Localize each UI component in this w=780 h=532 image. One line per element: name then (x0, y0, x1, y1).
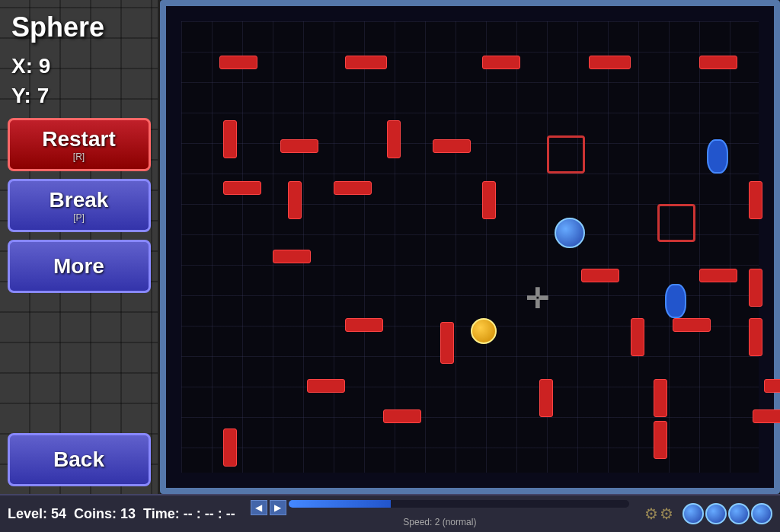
player-sphere (555, 218, 585, 248)
wall (753, 409, 780, 423)
progress-container: ◀ ▶ Speed: 2 (normal) (251, 500, 629, 527)
speed-display: Speed: 2 (normal) (251, 517, 629, 527)
wall (223, 181, 261, 195)
life-3 (728, 503, 750, 524)
player-coords: X: 9 Y: 7 (11, 51, 50, 110)
wall (764, 379, 780, 393)
restart-button[interactable]: Restart [R] (8, 118, 151, 171)
wall (387, 120, 401, 158)
life-2 (705, 503, 727, 524)
wall (345, 56, 387, 69)
wall (631, 318, 644, 356)
wall (673, 318, 711, 332)
box (657, 204, 695, 242)
life-4 (751, 503, 772, 524)
game-title: Sphere (11, 11, 104, 43)
wall (383, 409, 421, 423)
game-area: ✛ ✦ (160, 0, 780, 494)
progress-bar (289, 500, 629, 508)
wall (589, 56, 631, 69)
next-arrow[interactable]: ▶ (270, 500, 286, 515)
cross-target: ✛ (520, 282, 554, 316)
wall (433, 139, 471, 153)
lives-container (682, 503, 772, 524)
wall (345, 318, 383, 332)
level-display: Level: 54 (8, 506, 66, 522)
wall (223, 428, 237, 467)
coin (471, 318, 497, 344)
wall (273, 250, 311, 263)
wall (219, 56, 257, 69)
coins-display: Coins: 13 (74, 506, 136, 522)
x-coord: X: 9 (11, 51, 50, 81)
sidebar: Sphere X: 9 Y: 7 Restart [R] Break [P] M… (0, 0, 160, 494)
box (547, 135, 585, 174)
wall (699, 56, 737, 69)
wall (440, 322, 454, 364)
hourglass (707, 139, 728, 174)
bottom-bar: Level: 54 Coins: 13 Time: -- : -- : -- ◀… (0, 494, 780, 532)
wall (307, 379, 345, 393)
wall (280, 139, 318, 153)
game-border: ✛ ✦ (160, 0, 780, 494)
time-display: Time: -- : -- : -- (143, 506, 235, 522)
y-coord: Y: 7 (11, 81, 50, 110)
life-1 (682, 503, 704, 524)
wall (654, 379, 667, 417)
break-button[interactable]: Break [P] (8, 179, 151, 232)
back-button[interactable]: Back (8, 433, 151, 486)
wall (223, 120, 237, 158)
hourglass (665, 284, 686, 318)
wall (749, 318, 762, 356)
tools-icon: ⚙⚙ (644, 505, 675, 523)
wall (334, 181, 372, 195)
nav-arrows: ◀ ▶ (251, 500, 629, 515)
wall (482, 181, 496, 219)
more-button[interactable]: More (8, 240, 151, 293)
prev-arrow[interactable]: ◀ (251, 500, 267, 515)
game-grid: ✛ ✦ (181, 21, 759, 473)
wall (749, 181, 762, 219)
wall (581, 269, 619, 282)
wall (654, 421, 667, 459)
wall (749, 269, 762, 307)
wall (699, 269, 737, 282)
wall (482, 56, 520, 69)
progress-fill (289, 500, 391, 508)
wall (539, 379, 553, 417)
wall (288, 181, 302, 219)
